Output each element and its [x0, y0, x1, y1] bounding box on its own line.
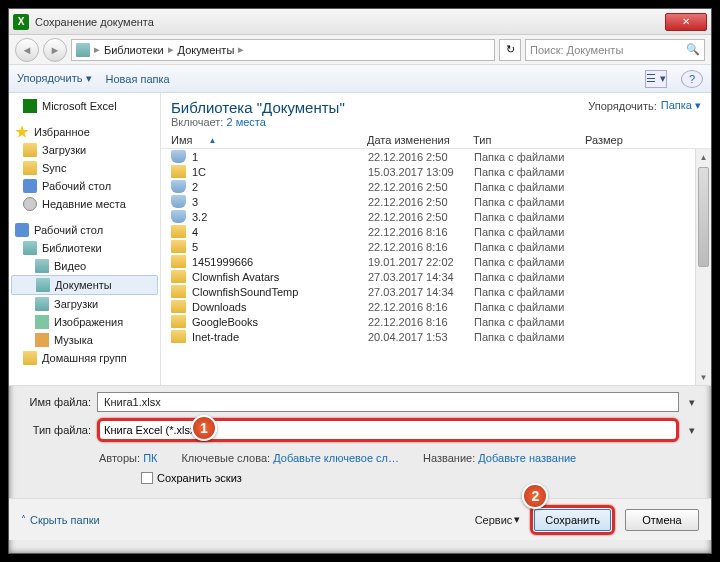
- filename-row: Имя файла: Книга1.xlsx ▾: [21, 392, 699, 412]
- hide-folders-button[interactable]: ˄Скрыть папки: [21, 514, 100, 526]
- search-placeholder: Поиск: Документы: [530, 44, 623, 56]
- sidebar-item-sync[interactable]: Sync: [11, 159, 158, 177]
- title-value[interactable]: Добавьте название: [478, 452, 576, 464]
- column-headers: Имя▲ Дата изменения Тип Размер: [161, 130, 711, 149]
- help-button[interactable]: ?: [681, 70, 703, 88]
- file-date: 22.12.2016 2:50: [368, 196, 474, 208]
- footer: ˄Скрыть папки Сервис ▾ 2 Сохранить Отмен…: [9, 498, 711, 540]
- file-name: 2: [192, 181, 368, 193]
- folder-icon: [171, 285, 186, 298]
- file-type: Папка с файлами: [474, 151, 564, 163]
- file-name: 1C: [192, 166, 368, 178]
- list-item[interactable]: ClownfishSoundTemp27.03.2017 14:34Папка …: [161, 284, 711, 299]
- filename-input[interactable]: Книга1.xlsx: [97, 392, 679, 412]
- sidebar-item-video[interactable]: Видео: [11, 257, 158, 275]
- file-type: Папка с файлами: [474, 166, 564, 178]
- address-bar[interactable]: ▸ Библиотеки ▸ Документы ▸: [71, 39, 495, 61]
- filetype-dropdown[interactable]: Книга Excel (*.xlsx): [97, 418, 679, 442]
- col-type[interactable]: Тип: [473, 134, 585, 146]
- authors-value[interactable]: ПК: [143, 452, 157, 464]
- forward-button[interactable]: ►: [43, 38, 67, 62]
- file-name: 1: [192, 151, 368, 163]
- library-icon: [23, 241, 37, 255]
- filetype-dropdown-icon[interactable]: ▾: [685, 424, 699, 437]
- keywords-label: Ключевые слова:: [181, 452, 270, 464]
- sidebar-item-music[interactable]: Музыка: [11, 331, 158, 349]
- list-item[interactable]: 122.12.2016 2:50Папка с файлами: [161, 149, 711, 164]
- sidebar-item-excel[interactable]: Microsoft Excel: [11, 97, 158, 115]
- file-type: Папка с файлами: [474, 211, 564, 223]
- list-item[interactable]: 522.12.2016 8:16Папка с файлами: [161, 239, 711, 254]
- cancel-button[interactable]: Отмена: [625, 509, 699, 531]
- search-input[interactable]: Поиск: Документы 🔍: [525, 39, 705, 61]
- sidebar-item-downloads[interactable]: Загрузки: [11, 141, 158, 159]
- save-button[interactable]: Сохранить: [534, 509, 611, 531]
- list-item[interactable]: Clownfish Avatars27.03.2017 14:34Папка с…: [161, 269, 711, 284]
- sidebar-item-homegroup[interactable]: Домашняя групп: [11, 349, 158, 367]
- library-header: Библиотека "Документы" Включает: 2 места…: [161, 93, 711, 130]
- chevron-right-icon: ▸: [238, 43, 244, 56]
- library-locations-link[interactable]: 2 места: [226, 116, 265, 128]
- chevron-down-icon: ▾: [514, 513, 520, 526]
- col-name[interactable]: Имя▲: [171, 134, 367, 146]
- list-item[interactable]: 145199966619.01.2017 22:02Папка с файлам…: [161, 254, 711, 269]
- sidebar-item-libraries[interactable]: Библиотеки: [11, 239, 158, 257]
- list-item[interactable]: GoogleBooks22.12.2016 8:16Папка с файлам…: [161, 314, 711, 329]
- file-list[interactable]: 122.12.2016 2:50Папка с файлами1C15.03.2…: [161, 149, 711, 385]
- save-dialog: X Сохранение документа ✕ ◄ ► ▸ Библиотек…: [8, 8, 712, 554]
- col-size[interactable]: Размер: [585, 134, 691, 146]
- window-title: Сохранение документа: [35, 16, 665, 28]
- bottom-panel: Имя файла: Книга1.xlsx ▾ Тип файла: Книг…: [9, 385, 711, 498]
- file-date: 22.12.2016 8:16: [368, 301, 474, 313]
- list-item[interactable]: 422.12.2016 8:16Папка с файлами: [161, 224, 711, 239]
- sidebar-item-desktop2[interactable]: Рабочий стол: [11, 221, 158, 239]
- music-icon: [35, 333, 49, 347]
- folder-icon: [171, 255, 186, 268]
- breadcrumb-seg1[interactable]: Библиотеки: [104, 44, 164, 56]
- file-date: 19.01.2017 22:02: [368, 256, 474, 268]
- service-dropdown[interactable]: Сервис ▾: [475, 513, 521, 526]
- filename-dropdown-icon[interactable]: ▾: [685, 396, 699, 409]
- list-item[interactable]: Inet-trade20.04.2017 1:53Папка с файлами: [161, 329, 711, 344]
- list-item[interactable]: 3.222.12.2016 2:50Папка с файлами: [161, 209, 711, 224]
- excel-icon: [23, 99, 37, 113]
- scroll-down-icon[interactable]: ▼: [696, 369, 711, 385]
- sidebar-item-recent[interactable]: Недавние места: [11, 195, 158, 213]
- scrollbar[interactable]: ▲ ▼: [695, 149, 711, 385]
- sidebar-item-favorites[interactable]: Избранное: [11, 123, 158, 141]
- sidebar-item-images[interactable]: Изображения: [11, 313, 158, 331]
- metadata-row: Авторы: ПК Ключевые слова: Добавьте ключ…: [21, 448, 699, 468]
- close-button[interactable]: ✕: [665, 13, 707, 31]
- dialog-body: Microsoft Excel Избранное Загрузки Sync …: [9, 93, 711, 385]
- file-type: Папка с файлами: [474, 316, 564, 328]
- folder-icon: [171, 180, 186, 193]
- keywords-value[interactable]: Добавьте ключевое сл…: [273, 452, 399, 464]
- sidebar-item-documents[interactable]: Документы: [11, 275, 158, 295]
- sidebar: Microsoft Excel Избранное Загрузки Sync …: [9, 93, 161, 385]
- nav-row: ◄ ► ▸ Библиотеки ▸ Документы ▸ ↻ Поиск: …: [9, 35, 711, 65]
- sidebar-item-desktop[interactable]: Рабочий стол: [11, 177, 158, 195]
- view-mode-button[interactable]: ☰ ▾: [645, 70, 667, 88]
- new-folder-button[interactable]: Новая папка: [106, 73, 170, 85]
- arrange-by-dropdown[interactable]: Папка ▾: [661, 99, 701, 112]
- sidebar-item-downloads2[interactable]: Загрузки: [11, 295, 158, 313]
- document-icon: [36, 278, 50, 292]
- file-date: 27.03.2017 14:34: [368, 271, 474, 283]
- back-button[interactable]: ◄: [15, 38, 39, 62]
- file-date: 22.12.2016 2:50: [368, 151, 474, 163]
- scrollbar-thumb[interactable]: [698, 167, 709, 267]
- refresh-button[interactable]: ↻: [499, 39, 521, 61]
- list-item[interactable]: 322.12.2016 2:50Папка с файлами: [161, 194, 711, 209]
- list-item[interactable]: 222.12.2016 2:50Папка с файлами: [161, 179, 711, 194]
- file-name: 3: [192, 196, 368, 208]
- folder-icon: [171, 225, 186, 238]
- file-name: Inet-trade: [192, 331, 368, 343]
- desktop-icon: [15, 223, 29, 237]
- organize-button[interactable]: Упорядочить ▾: [17, 72, 92, 85]
- col-date[interactable]: Дата изменения: [367, 134, 473, 146]
- breadcrumb-seg2[interactable]: Документы: [178, 44, 235, 56]
- scroll-up-icon[interactable]: ▲: [696, 149, 711, 165]
- list-item[interactable]: Downloads22.12.2016 8:16Папка с файлами: [161, 299, 711, 314]
- save-thumbnail-checkbox[interactable]: [141, 472, 153, 484]
- list-item[interactable]: 1C15.03.2017 13:09Папка с файлами: [161, 164, 711, 179]
